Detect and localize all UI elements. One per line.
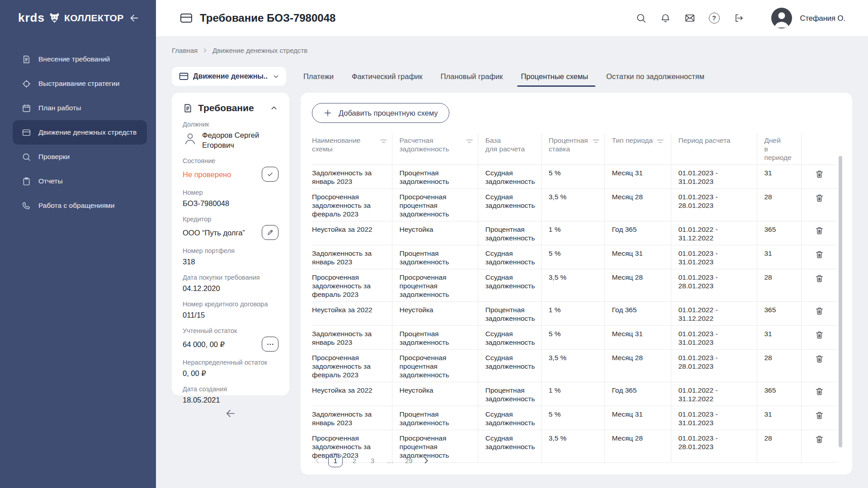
check-icon — [266, 170, 274, 178]
delete-row-button[interactable] — [814, 329, 825, 341]
cell-days: 365 — [757, 382, 801, 406]
filter-icon[interactable] — [466, 138, 473, 145]
cell-calc-period: 01.01.2023 - 28.01.2023 — [671, 430, 757, 463]
chevron-up-icon[interactable] — [269, 103, 278, 113]
verify-check-button[interactable] — [262, 167, 278, 182]
cell-actions — [801, 221, 837, 245]
cell-scheme-name: Задолженность за январь 2023 — [312, 165, 392, 189]
debtor-name: Федоров Сергей Егорович — [202, 130, 278, 150]
tab-3[interactable]: Плановый график — [439, 66, 504, 87]
table-row: Просроченная задолженность за февраль 20… — [312, 350, 837, 382]
help-icon[interactable] — [709, 13, 720, 23]
sidebar-item-card[interactable]: Движение денежных стредств — [13, 120, 147, 145]
tab-5[interactable]: Остатки по задолженностям — [605, 66, 705, 87]
cell-calc-base: Процентная задолженность — [478, 302, 541, 326]
pagination-next[interactable] — [420, 455, 431, 466]
edit-creditor-button[interactable] — [262, 225, 278, 240]
sidebar-item-target[interactable]: Выстраивание стратегии — [13, 71, 147, 96]
table-row: Просроченная задолженность за февраль 20… — [312, 189, 837, 221]
delete-row-button[interactable] — [814, 434, 825, 445]
target-icon — [21, 79, 31, 89]
toolbar: Движение денежны... ПлатежиФактический г… — [172, 66, 852, 87]
claim-panel: Требование Должник Федоров Сергей Егоров… — [172, 93, 289, 395]
delete-row-button[interactable] — [814, 305, 825, 317]
user-name[interactable]: Стефания О. — [800, 14, 845, 23]
schemes-table: Наименование схемыРасчетная задолженност… — [312, 133, 837, 463]
cell-calc-base: Ссудная задолженность — [478, 245, 541, 269]
table-header-row: Наименование схемыРасчетная задолженност… — [312, 133, 837, 165]
mail-icon[interactable] — [684, 13, 695, 23]
trash-icon — [815, 169, 824, 179]
cell-scheme-name: Просроченная задолженность за февраль 20… — [312, 189, 392, 221]
column-header: База для расчета — [478, 133, 541, 165]
cell-period-type: Год 365 — [604, 221, 671, 245]
balance-more-button[interactable] — [262, 337, 278, 352]
cell-scheme-name: Просроченная задолженность за февраль 20… — [312, 269, 392, 302]
cell-scheme-name: Неустойка за 2022 — [312, 221, 392, 245]
sidebar: krds КОЛЛЕКТОР Внесение требованийВыстра… — [0, 0, 156, 488]
cell-calc-base: Процентная задолженность — [478, 382, 541, 406]
add-scheme-label: Добавить процентную схему — [339, 109, 438, 117]
avatar[interactable] — [771, 8, 792, 28]
tab-1[interactable]: Платежи — [302, 66, 335, 87]
cell-rate: 5 % — [541, 165, 604, 189]
breadcrumb-home[interactable]: Главная — [172, 47, 198, 54]
sidebar-item-search[interactable]: Проверки — [13, 145, 147, 169]
section-dropdown[interactable]: Движение денежны... — [172, 67, 286, 86]
pagination-prev[interactable] — [312, 455, 323, 466]
delete-row-button[interactable] — [814, 353, 825, 365]
delete-row-button[interactable] — [814, 192, 825, 204]
page-title: Требование БОЗ-7980048 — [200, 12, 335, 24]
sidebar-item-clipboard[interactable]: Отчеты — [13, 169, 147, 193]
delete-row-button[interactable] — [814, 169, 825, 180]
delete-row-button[interactable] — [814, 410, 825, 421]
sidebar-item-calendar[interactable]: План работы — [13, 96, 147, 120]
cell-debt-type: Процентная задолженность — [392, 326, 478, 350]
status-badge: Не проверено — [183, 169, 231, 179]
pagination-page-3[interactable]: 3 — [366, 454, 379, 467]
pagination-page-2[interactable]: 2 — [348, 454, 361, 467]
cell-rate: 3,5 % — [541, 430, 604, 463]
cell-period-type: Месяц 28 — [604, 430, 671, 463]
claim-panel-header: Требование — [183, 103, 278, 113]
pencil-icon — [267, 229, 274, 236]
filter-icon[interactable] — [656, 138, 664, 145]
delete-row-button[interactable] — [814, 249, 825, 260]
pagination-page-1[interactable]: 1 — [328, 454, 343, 467]
cell-actions — [801, 302, 837, 326]
cell-period-type: Месяц 31 — [604, 245, 671, 269]
table-scrollbar[interactable] — [839, 156, 842, 447]
cell-calc-period: 01.01.2023 - 28.01.2023 — [671, 350, 757, 382]
cow-logo-icon — [48, 12, 61, 24]
cell-debt-type: Процентная задолженность — [392, 406, 478, 430]
cell-days: 365 — [757, 302, 801, 326]
claim-number: БОЗ-7980048 — [183, 198, 278, 208]
sidebar-collapse-button[interactable] — [129, 13, 140, 23]
bell-icon[interactable] — [660, 13, 671, 23]
logout-icon[interactable] — [733, 13, 744, 23]
trash-icon — [815, 435, 824, 444]
sidebar-item-label: Выстраивание стратегии — [38, 80, 119, 88]
delete-row-button[interactable] — [814, 225, 825, 236]
cell-days: 31 — [757, 165, 801, 189]
sidebar-item-phone[interactable]: Работа с обращениями — [13, 193, 147, 218]
pagination-page-29[interactable]: 29 — [402, 454, 415, 467]
sidebar-item-document[interactable]: Внесение требований — [13, 47, 147, 71]
table-row: Задолженность за январь 2023Процентная з… — [312, 165, 837, 189]
column-header: Тип периода — [604, 133, 671, 165]
add-scheme-button[interactable]: Добавить процентную схему — [312, 103, 449, 123]
filter-icon[interactable] — [592, 138, 600, 145]
cell-calc-base: Ссудная задолженность — [478, 326, 541, 350]
delete-row-button[interactable] — [814, 273, 825, 284]
cell-calc-base: Ссудная задолженность — [478, 269, 541, 302]
tab-4[interactable]: Процентные схемы — [520, 66, 589, 87]
filter-icon[interactable] — [380, 138, 387, 145]
delete-row-button[interactable] — [814, 386, 825, 397]
search-icon[interactable] — [636, 13, 646, 23]
collapse-panel-arrow[interactable] — [172, 408, 289, 419]
cell-actions — [801, 382, 837, 406]
tab-2[interactable]: Фактический график — [351, 66, 424, 87]
field-label: Нераспределенный остаток — [183, 358, 278, 367]
sidebar-item-label: Проверки — [38, 153, 70, 161]
cell-actions — [801, 189, 837, 221]
